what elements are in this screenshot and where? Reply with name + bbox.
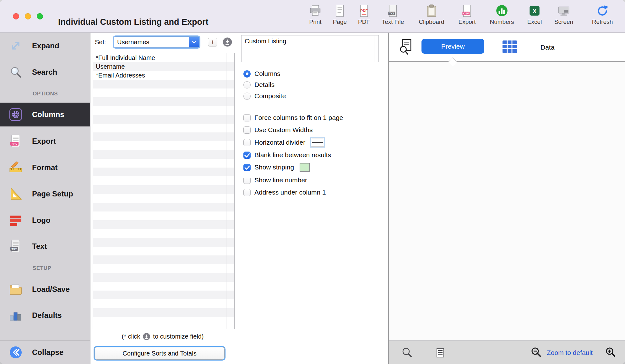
clipboard-icon bbox=[413, 4, 450, 18]
checkbox-label: Address under column 1 bbox=[254, 189, 326, 196]
blank-line-checkbox[interactable] bbox=[243, 152, 251, 159]
sidebar-item-defaults[interactable]: Defaults bbox=[0, 303, 90, 327]
show-line-number-checkbox[interactable] bbox=[243, 177, 251, 184]
toolbar-label: Export bbox=[449, 19, 485, 25]
listing-title-input[interactable]: Custom Listing bbox=[242, 35, 378, 62]
zoom-in-icon[interactable] bbox=[605, 347, 617, 358]
list-item[interactable] bbox=[93, 150, 234, 159]
toolbar-export-button[interactable]: CSV Export bbox=[449, 4, 485, 25]
window-title: Individual Custom Listing and Export bbox=[58, 17, 209, 27]
details-radio[interactable] bbox=[243, 81, 251, 88]
data-table-icon[interactable] bbox=[501, 38, 519, 56]
force-fit-checkbox[interactable] bbox=[243, 114, 251, 121]
list-item[interactable] bbox=[93, 97, 234, 106]
toolbar-text-file-button[interactable]: TXT Text File bbox=[375, 4, 411, 25]
zoom-to-default-link[interactable]: Zoom to default bbox=[547, 341, 593, 364]
address-under-column-checkbox[interactable] bbox=[243, 189, 251, 196]
list-item[interactable] bbox=[93, 273, 234, 282]
columns-radio[interactable] bbox=[243, 70, 251, 78]
sidebar-item-expand[interactable]: Expand bbox=[0, 34, 90, 58]
sidebar-item-export[interactable]: CSV Export bbox=[0, 129, 90, 153]
list-item[interactable] bbox=[93, 124, 234, 132]
checkbox-row-custom-widths: Use Custom Widths bbox=[243, 125, 313, 135]
sidebar-item-search[interactable]: Search bbox=[0, 60, 90, 84]
list-item[interactable] bbox=[93, 308, 234, 317]
listing-title-box: Custom Listing bbox=[241, 35, 379, 62]
document-lines-icon[interactable] bbox=[435, 347, 446, 358]
list-item[interactable]: *Full Individual Name bbox=[93, 53, 234, 62]
list-item[interactable] bbox=[93, 115, 234, 124]
sidebar-item-columns[interactable]: Columns bbox=[0, 103, 90, 126]
download-circle-icon bbox=[222, 37, 232, 47]
list-item[interactable] bbox=[93, 247, 234, 255]
list-item[interactable] bbox=[93, 176, 234, 185]
list-item[interactable] bbox=[93, 211, 234, 220]
list-item[interactable] bbox=[93, 255, 234, 264]
list-item[interactable] bbox=[93, 299, 234, 308]
zoom-window-button[interactable] bbox=[37, 13, 43, 19]
sidebar-item-collapse[interactable]: Collapse bbox=[0, 340, 90, 364]
sidebar-item-text[interactable]: TXT Text bbox=[0, 234, 90, 258]
checkbox-label: Show line number bbox=[254, 176, 307, 184]
toolbar-numbers-button[interactable]: Numbers bbox=[484, 4, 520, 25]
list-item[interactable] bbox=[93, 88, 234, 97]
list-item[interactable] bbox=[93, 282, 234, 291]
set-dropdown[interactable]: Usernames bbox=[114, 36, 199, 48]
sidebar-item-label: Logo bbox=[32, 216, 51, 225]
sidebar-item-page-setup[interactable]: Page Setup bbox=[0, 182, 90, 206]
zoom-out-icon[interactable] bbox=[531, 347, 542, 358]
magnifier-icon[interactable] bbox=[401, 347, 413, 358]
sidebar-item-format[interactable]: Format bbox=[0, 156, 90, 179]
sidebar-item-label: Format bbox=[32, 163, 57, 172]
sidebar-item-load-save[interactable]: Load/Save bbox=[0, 277, 90, 301]
list-item[interactable] bbox=[93, 220, 234, 229]
checkbox-row-blank-line: Blank line between results bbox=[243, 150, 331, 160]
sidebar-item-logo[interactable]: Logo bbox=[0, 208, 90, 232]
list-item[interactable] bbox=[93, 141, 234, 150]
download-circle-icon bbox=[143, 333, 150, 340]
custom-widths-checkbox[interactable] bbox=[243, 126, 251, 134]
list-item[interactable] bbox=[93, 317, 234, 326]
txt-file-icon: TXT bbox=[9, 239, 23, 253]
list-item[interactable] bbox=[93, 194, 234, 203]
preview-tabbar: Preview Data bbox=[389, 33, 625, 62]
customize-field-button[interactable] bbox=[222, 37, 232, 47]
tab-preview[interactable]: Preview bbox=[421, 39, 484, 54]
close-window-button[interactable] bbox=[13, 13, 19, 19]
list-item[interactable] bbox=[93, 203, 234, 211]
list-item[interactable] bbox=[93, 229, 234, 238]
radio-label: Columns bbox=[254, 70, 280, 78]
sidebar-item-label: Load/Save bbox=[32, 285, 70, 294]
radio-label: Details bbox=[254, 81, 274, 88]
list-item[interactable]: Username bbox=[93, 62, 234, 71]
logo-stripes-icon bbox=[9, 213, 23, 227]
sidebar-options-header: OPTIONS bbox=[33, 91, 58, 97]
toolbar-refresh-button[interactable]: Refresh bbox=[584, 4, 621, 25]
toolbar-screen-button[interactable]: Screen bbox=[546, 4, 582, 25]
toolbar-label: Numbers bbox=[484, 19, 520, 25]
list-item[interactable] bbox=[93, 185, 234, 194]
list-item[interactable] bbox=[93, 238, 234, 247]
horizontal-divider-checkbox[interactable] bbox=[243, 139, 251, 146]
toolbar-clipboard-button[interactable]: Clipboard bbox=[413, 4, 450, 25]
tab-data[interactable]: Data bbox=[541, 33, 554, 62]
striping-color-swatch[interactable] bbox=[300, 163, 310, 172]
list-item[interactable] bbox=[93, 159, 234, 168]
divider-style-icon[interactable] bbox=[311, 138, 324, 147]
field-list[interactable]: *Full Individual NameUsername*Email Addr… bbox=[93, 53, 235, 329]
radio-row-composite: Composite bbox=[243, 91, 286, 101]
list-item[interactable]: *Email Addresses bbox=[93, 71, 234, 80]
minimize-window-button[interactable] bbox=[25, 13, 31, 19]
show-striping-checkbox[interactable] bbox=[243, 164, 251, 171]
add-set-button[interactable]: + bbox=[208, 38, 217, 46]
list-item[interactable] bbox=[93, 168, 234, 176]
list-item[interactable] bbox=[93, 264, 234, 273]
composite-radio[interactable] bbox=[243, 93, 251, 100]
sidebar: Expand Search OPTIONS Columns CSV Export… bbox=[0, 33, 90, 364]
svg-text:CSV: CSV bbox=[463, 12, 469, 15]
list-item[interactable] bbox=[93, 132, 234, 141]
list-item[interactable] bbox=[93, 106, 234, 115]
list-item[interactable] bbox=[93, 291, 234, 299]
configure-sorts-totals-button[interactable]: Configure Sorts and Totals bbox=[95, 347, 225, 360]
list-item[interactable] bbox=[93, 80, 234, 88]
